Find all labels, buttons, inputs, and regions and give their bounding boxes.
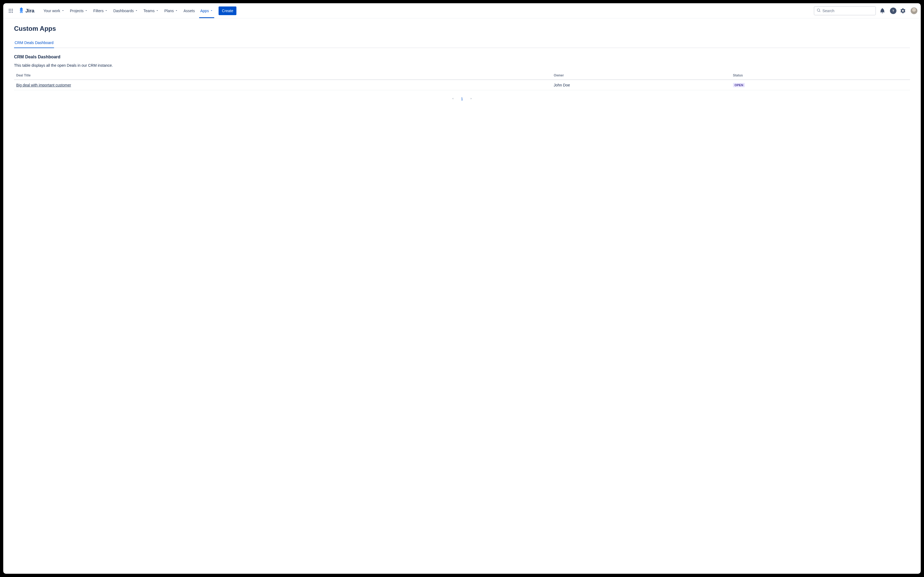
svg-point-3 — [9, 10, 10, 11]
tab-crm-deals-dashboard[interactable]: CRM Deals Dashboard — [14, 39, 54, 48]
nav-dashboards[interactable]: Dashboards — [111, 3, 141, 18]
deal-title-link[interactable]: Big deal with important customer — [16, 83, 71, 87]
table-row: Big deal with important customer John Do… — [14, 80, 910, 90]
nav-apps[interactable]: Apps — [197, 3, 216, 18]
create-button[interactable]: Create — [219, 6, 236, 15]
search-box[interactable] — [814, 6, 876, 15]
nav-filters[interactable]: Filters — [90, 3, 111, 18]
svg-point-2 — [12, 9, 13, 10]
search-icon — [816, 8, 821, 13]
nav-projects[interactable]: Projects — [67, 3, 91, 18]
status-badge: OPEN — [733, 83, 745, 87]
svg-point-9 — [817, 9, 820, 11]
nav-label: Plans — [164, 9, 174, 13]
jira-logo-icon — [18, 7, 24, 14]
svg-point-8 — [12, 12, 13, 13]
table-header-row: Deal Title Owner Status — [14, 71, 910, 80]
page-title: Custom Apps — [14, 25, 910, 32]
chevron-down-icon — [135, 9, 138, 13]
nav-label: Your work — [44, 9, 60, 13]
chevron-down-icon — [210, 9, 213, 13]
svg-point-5 — [12, 10, 13, 11]
nav-your-work[interactable]: Your work — [41, 3, 67, 18]
page-number[interactable]: 1 — [461, 97, 463, 101]
svg-point-0 — [9, 9, 10, 10]
nav-label: Projects — [70, 9, 84, 13]
jira-logo[interactable]: Jira — [16, 7, 37, 14]
notifications-icon[interactable] — [878, 6, 887, 15]
jira-logo-text: Jira — [26, 8, 34, 14]
nav-label: Assets — [184, 9, 195, 13]
primary-nav: Your work Projects Filters Dashboards — [41, 3, 236, 18]
help-icon[interactable]: ? — [890, 8, 897, 14]
search-input[interactable] — [822, 9, 873, 13]
nav-label: Apps — [200, 9, 209, 13]
svg-point-1 — [10, 9, 11, 10]
nav-teams[interactable]: Teams — [141, 3, 161, 18]
settings-icon[interactable] — [898, 6, 907, 15]
column-status: Status — [731, 71, 910, 80]
user-avatar[interactable] — [911, 7, 918, 15]
section-description: This table displays all the open Deals i… — [14, 63, 910, 68]
chevron-down-icon — [156, 9, 159, 13]
chevron-down-icon — [85, 9, 88, 13]
top-navigation: Jira Your work Projects Filters — [3, 3, 921, 18]
nav-assets[interactable]: Assets — [181, 3, 197, 18]
nav-label: Filters — [93, 9, 103, 13]
column-deal-title: Deal Title — [14, 71, 552, 80]
section-title: CRM Deals Dashboard — [14, 55, 910, 60]
svg-text:?: ? — [892, 9, 894, 12]
app-switcher-icon[interactable] — [6, 6, 15, 15]
svg-line-10 — [819, 11, 820, 12]
chevron-down-icon — [61, 9, 65, 13]
chevron-down-icon — [175, 9, 178, 13]
column-owner: Owner — [552, 71, 731, 80]
chevron-down-icon — [105, 9, 108, 13]
nav-plans[interactable]: Plans — [161, 3, 181, 18]
pagination: 1 — [14, 97, 910, 101]
deal-owner: John Doe — [552, 80, 731, 90]
tabs: CRM Deals Dashboard — [14, 39, 910, 48]
svg-point-6 — [9, 12, 10, 13]
app-window: Jira Your work Projects Filters — [3, 3, 921, 574]
svg-point-7 — [10, 12, 11, 13]
nav-label: Dashboards — [113, 9, 134, 13]
nav-label: Teams — [144, 9, 155, 13]
pager-prev-icon[interactable] — [450, 97, 456, 101]
svg-point-4 — [10, 10, 11, 11]
deals-table: Deal Title Owner Status Big deal with im… — [14, 71, 910, 90]
pager-next-icon[interactable] — [468, 97, 474, 101]
main-content: Custom Apps CRM Deals Dashboard CRM Deal… — [3, 18, 921, 574]
